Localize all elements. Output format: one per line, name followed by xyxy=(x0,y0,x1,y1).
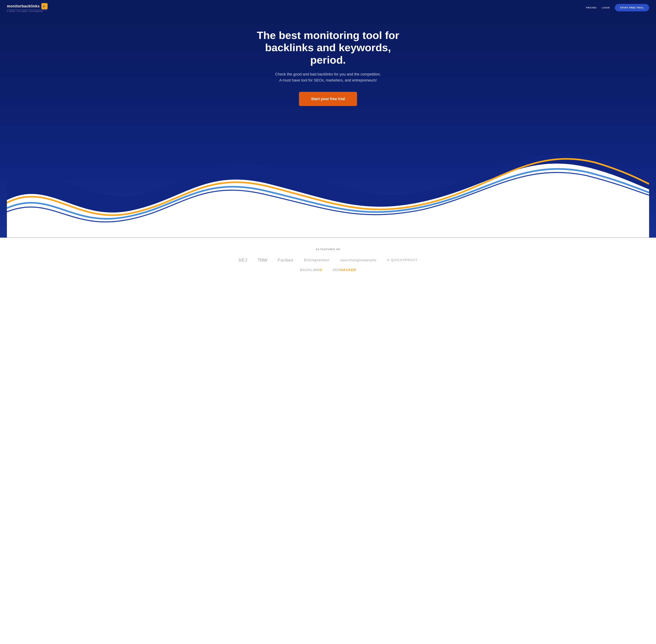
hero-subtext: Check the good and bad backlinks for you… xyxy=(268,71,389,83)
start-free-trial-header-button[interactable]: START FREE TRIAL xyxy=(615,4,649,12)
featured-label: AS FEATURED ON xyxy=(7,248,649,251)
featured-logos-row-1: SEJ TNW Forbes Entrepreneur searchengine… xyxy=(7,257,649,263)
logo-quicksprout: ⊙ QUICKSPROUT xyxy=(387,258,418,262)
login-link[interactable]: LOGIN xyxy=(602,6,610,9)
svg-text:↑: ↑ xyxy=(45,5,46,6)
logo-row: monitorbacklinks b ↑ xyxy=(7,3,48,9)
featured-logos-row-2: BACKLINKO SEOHACKER xyxy=(7,268,649,272)
logo-seohacker: SEOHACKER xyxy=(333,268,356,272)
logo-entrepreneur: Entrepreneur xyxy=(304,258,330,262)
logo-searchenginepeople: searchenginepeople xyxy=(340,258,376,262)
logo-text: monitorbacklinks xyxy=(7,4,40,8)
svg-text:b: b xyxy=(43,5,45,8)
logo-subtitle: 6 Years, 71K Users, 110K Domains xyxy=(7,10,48,12)
logo-area: monitorbacklinks b ↑ 6 Years, 71K Users,… xyxy=(7,3,48,12)
logo-bold: backlinks xyxy=(22,4,40,8)
header: monitorbacklinks b ↑ 6 Years, 71K Users,… xyxy=(0,0,656,15)
wave-graphic xyxy=(7,120,649,237)
logo-forbes: Forbes xyxy=(278,257,294,263)
featured-section: AS FEATURED ON SEJ TNW Forbes Entreprene… xyxy=(0,238,656,280)
hero-section: The best monitoring tool for backlinks a… xyxy=(0,15,656,238)
nav: PRICING LOGIN START FREE TRIAL xyxy=(586,4,649,12)
logo-sej: SEJ xyxy=(238,257,247,263)
logo-tnw: TNW xyxy=(258,257,267,263)
logo-normal: monitor xyxy=(7,4,22,8)
pricing-link[interactable]: PRICING xyxy=(586,6,596,9)
logo-icon: b ↑ xyxy=(41,3,48,9)
logo-backlinko: BACKLINKO xyxy=(300,268,322,272)
hero-headline: The best monitoring tool for backlinks a… xyxy=(251,29,406,66)
start-free-trial-button[interactable]: Start your free trial xyxy=(299,92,357,106)
